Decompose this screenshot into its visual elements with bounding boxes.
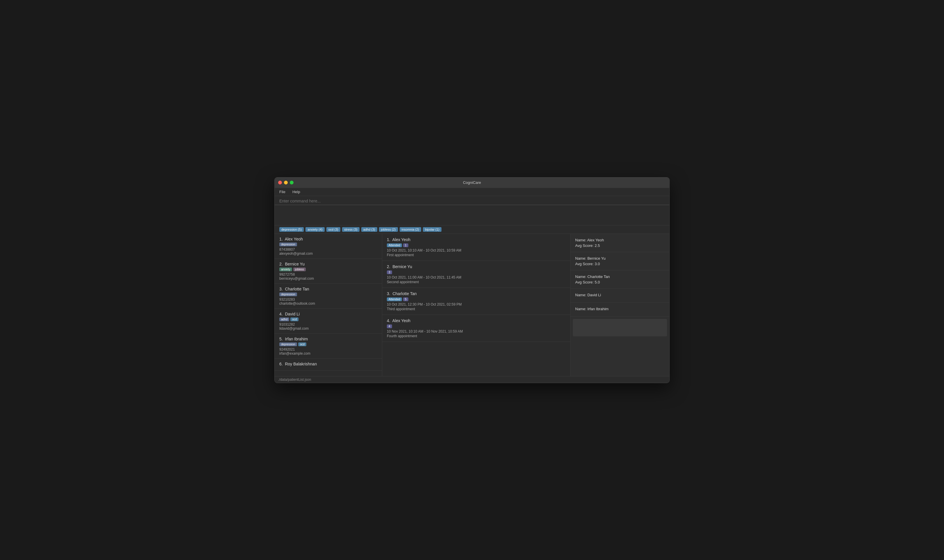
appointment-item-4[interactable]: 4. Alex Yeoh 4 10 Nov 2021, 10:10 AM - 1… xyxy=(382,315,570,342)
appointment-item-3[interactable]: 3. Charlotte Tan Attended 5 10 Oct 2021,… xyxy=(382,288,570,315)
detail-item-1: Name: Alex Yeoh Avg Score: 2.5 xyxy=(571,234,669,252)
tag-jobless[interactable]: jobless (2) xyxy=(379,227,398,232)
appointments-panel: 1. Alex Yeoh Attended 1 10 Oct 2021, 10:… xyxy=(382,234,571,376)
patient-name-3: 3. Charlotte Tan xyxy=(279,287,377,291)
detail-item-2: Name: Bernice Yu Avg Score: 3.0 xyxy=(571,252,669,271)
app-window: CogniCare File Help depression (5) anxie… xyxy=(275,177,669,383)
patient-tag-ocd-5: ocd xyxy=(298,342,306,346)
details-panel: Name: Alex Yeoh Avg Score: 2.5 Name: Ber… xyxy=(571,234,669,376)
minimize-button[interactable] xyxy=(284,181,288,185)
patient-item-6[interactable]: 6. Roy Balakrishnan xyxy=(275,359,382,371)
tag-bipolar[interactable]: bipolar (1) xyxy=(423,227,441,232)
statusbar: ./data/patientList.json xyxy=(275,376,669,383)
patient-name-1: 1. Alex Yeoh xyxy=(279,237,377,242)
detail-item-4: Name: David Li xyxy=(571,289,669,303)
patient-item-4[interactable]: 4. David Li adhd ocd 91031282 lidavid@gm… xyxy=(275,309,382,334)
tag-stress[interactable]: stress (3) xyxy=(342,227,359,232)
detail-score-2: Avg Score: 3.0 xyxy=(575,262,665,266)
patient-tag-adhd: adhd xyxy=(279,317,289,321)
patient-item-3[interactable]: 3. Charlotte Tan depression 93210283 cha… xyxy=(275,284,382,309)
patient-item-5[interactable]: 5. Irfan Ibrahim depression ocd 92492021… xyxy=(275,334,382,359)
appt-badge-attended-1: Attended xyxy=(387,243,402,247)
menu-help[interactable]: Help xyxy=(291,189,301,195)
patient-phone-1: 87438807 xyxy=(279,248,377,252)
window-title: CogniCare xyxy=(463,180,481,185)
detail-name-1: Name: Alex Yeoh xyxy=(575,238,665,242)
patient-email-3: charlotte@outlook.com xyxy=(279,302,377,306)
maximize-button[interactable] xyxy=(290,181,293,185)
command-output-area xyxy=(275,205,669,225)
tag-depression[interactable]: depression (5) xyxy=(279,227,304,232)
patient-email-5: irfan@example.com xyxy=(279,351,377,355)
menubar: File Help xyxy=(275,188,669,196)
patient-tags-4: adhd ocd xyxy=(279,317,377,321)
appt-datetime-4: 10 Nov 2021, 10:10 AM - 10 Nov 2021, 10:… xyxy=(387,329,566,334)
appt-badge-attended-3: Attended xyxy=(387,297,402,301)
appt-header-4: 4. Alex Yeoh xyxy=(387,318,566,323)
detail-name-4: Name: David Li xyxy=(575,293,665,297)
appointment-item-2[interactable]: 2. Bernice Yu 3 10 Oct 2021, 11:00 AM - … xyxy=(382,261,570,288)
detail-score-3: Avg Score: 5.0 xyxy=(575,280,665,285)
detail-empty-box xyxy=(573,319,667,336)
appt-label-1: First appointment xyxy=(387,253,566,257)
detail-item-5: Name: Irfan Ibrahim xyxy=(571,303,669,317)
patient-tag-depression-5: depression xyxy=(279,342,297,346)
patient-tags-2: anxiety jobless xyxy=(279,268,377,271)
detail-name-5: Name: Irfan Ibrahim xyxy=(575,307,665,311)
appointment-item-1[interactable]: 1. Alex Yeoh Attended 1 10 Oct 2021, 10:… xyxy=(382,234,570,261)
patient-tag-jobless: jobless xyxy=(293,268,306,271)
appt-badge-num-2: 3 xyxy=(387,271,392,274)
appt-badge-num-1: 1 xyxy=(403,243,408,247)
traffic-lights xyxy=(278,181,293,185)
appt-header-1: 1. Alex Yeoh xyxy=(387,237,566,242)
appt-label-4: Fourth appointment xyxy=(387,334,566,338)
patient-phone-5: 92492021 xyxy=(279,348,377,351)
patient-tag-anxiety: anxiety xyxy=(279,268,292,271)
patient-name-4: 4. David Li xyxy=(279,312,377,316)
patient-tag-ocd: ocd xyxy=(290,317,298,321)
statusbar-text: ./data/patientList.json xyxy=(278,378,311,382)
patient-item-1[interactable]: 1. Alex Yeoh depression 87438807 alexyeo… xyxy=(275,234,382,259)
command-bar xyxy=(275,196,669,205)
patient-name-6: 6. Roy Balakrishnan xyxy=(279,362,377,366)
patient-email-4: lidavid@gmail.com xyxy=(279,326,377,331)
appt-label-2: Second appointment xyxy=(387,280,566,284)
patient-tag-depression-3: depression xyxy=(279,292,297,296)
appt-tags-1: Attended 1 xyxy=(387,243,566,247)
patient-item-2[interactable]: 2. Bernice Yu anxiety jobless 99272758 b… xyxy=(275,259,382,284)
patient-phone-3: 93210283 xyxy=(279,297,377,302)
tag-ocd[interactable]: ocd (3) xyxy=(326,227,340,232)
appt-badge-num-3: 5 xyxy=(403,297,408,301)
tags-bar: depression (5) anxiety (4) ocd (3) stres… xyxy=(275,225,669,234)
appt-header-3: 3. Charlotte Tan xyxy=(387,291,566,296)
patient-email-2: berniceyu@gmail.com xyxy=(279,277,377,281)
detail-item-3: Name: Charlotte Tan Avg Score: 5.0 xyxy=(571,271,669,289)
tag-insomnia[interactable]: insomnia (2) xyxy=(400,227,421,232)
patient-tag-depression: depression xyxy=(279,243,297,246)
tag-adhd[interactable]: adhd (3) xyxy=(361,227,377,232)
detail-name-2: Name: Bernice Yu xyxy=(575,256,665,260)
patient-name-5: 5. Irfan Ibrahim xyxy=(279,337,377,341)
close-button[interactable] xyxy=(278,181,282,185)
menu-file[interactable]: File xyxy=(278,189,287,195)
appt-badge-num-4: 4 xyxy=(387,325,392,328)
tag-anxiety[interactable]: anxiety (4) xyxy=(305,227,324,232)
patient-phone-2: 99272758 xyxy=(279,272,377,277)
detail-name-3: Name: Charlotte Tan xyxy=(575,274,665,279)
appt-tags-4: 4 xyxy=(387,325,566,328)
appt-tags-3: Attended 5 xyxy=(387,297,566,301)
detail-score-1: Avg Score: 2.5 xyxy=(575,243,665,248)
appt-header-2: 2. Bernice Yu xyxy=(387,264,566,269)
patient-tags-3: depression xyxy=(279,292,377,296)
appt-datetime-2: 10 Oct 2021, 11:00 AM - 10 Oct 2021, 11:… xyxy=(387,275,566,279)
appt-label-3: Third appointment xyxy=(387,307,566,311)
main-content: 1. Alex Yeoh depression 87438807 alexyeo… xyxy=(275,234,669,376)
appt-tags-2: 3 xyxy=(387,271,566,274)
appt-datetime-1: 10 Oct 2021, 10:10 AM - 10 Oct 2021, 10:… xyxy=(387,248,566,252)
patient-phone-4: 91031282 xyxy=(279,322,377,326)
titlebar: CogniCare xyxy=(275,177,669,188)
patient-tags-1: depression xyxy=(279,243,377,246)
command-input[interactable] xyxy=(279,198,665,203)
patient-tags-5: depression ocd xyxy=(279,342,377,346)
patient-email-1: alexyeoh@gmail.com xyxy=(279,252,377,255)
